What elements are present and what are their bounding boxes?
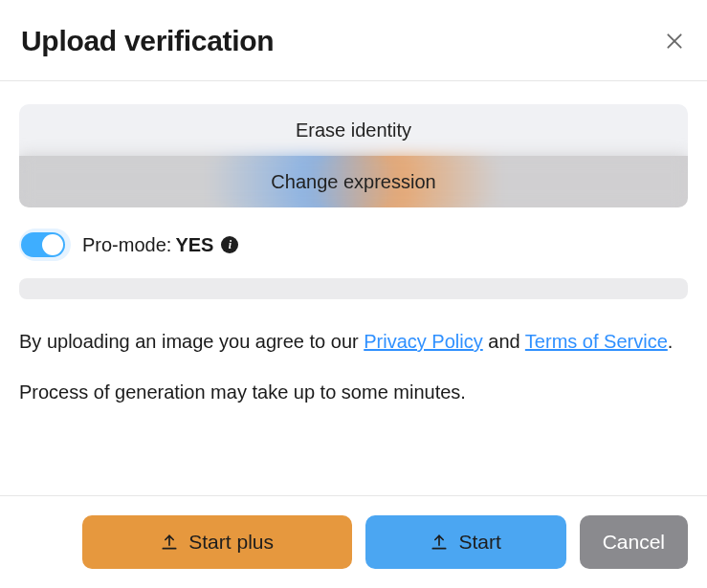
terms-of-service-link[interactable]: Terms of Service bbox=[525, 331, 668, 352]
cancel-button[interactable]: Cancel bbox=[580, 515, 688, 569]
start-button[interactable]: Start bbox=[365, 515, 566, 569]
start-label: Start bbox=[458, 531, 500, 554]
toggle-knob bbox=[42, 234, 63, 255]
modal-footer: Start plus Start Cancel bbox=[0, 495, 707, 588]
pro-mode-value: YES bbox=[175, 234, 213, 256]
modal-header: Upload verification bbox=[0, 0, 707, 81]
start-plus-label: Start plus bbox=[188, 531, 274, 554]
tab-change-label: Change expression bbox=[271, 171, 435, 193]
pro-mode-row: Pro-mode: YES i bbox=[19, 229, 688, 261]
modal-body: Erase identity Change expression Pro-mod… bbox=[0, 81, 707, 495]
pro-mode-label: Pro-mode: YES i bbox=[82, 234, 238, 256]
start-plus-button[interactable]: Start plus bbox=[82, 515, 352, 569]
progress-bar bbox=[19, 278, 688, 299]
agreement-prefix: By uploading an image you agree to our bbox=[19, 331, 364, 352]
process-note: Process of generation may take up to som… bbox=[19, 381, 688, 403]
upload-verification-modal: Upload verification Erase identity Chang… bbox=[0, 0, 707, 588]
cancel-label: Cancel bbox=[603, 531, 665, 554]
tab-group: Erase identity Change expression bbox=[19, 104, 688, 207]
agreement-suffix: . bbox=[668, 331, 674, 352]
pro-mode-prefix: Pro-mode: bbox=[82, 234, 171, 256]
agreement-text: By uploading an image you agree to our P… bbox=[19, 326, 688, 357]
tab-erase-identity[interactable]: Erase identity bbox=[19, 104, 688, 156]
upload-icon bbox=[160, 533, 179, 552]
agreement-and: and bbox=[483, 331, 525, 352]
modal-title: Upload verification bbox=[21, 25, 274, 57]
privacy-policy-link[interactable]: Privacy Policy bbox=[364, 331, 482, 352]
close-icon bbox=[665, 32, 684, 51]
toggle-track bbox=[21, 232, 65, 257]
upload-icon bbox=[430, 533, 449, 552]
tab-erase-label: Erase identity bbox=[296, 120, 411, 142]
close-button[interactable] bbox=[663, 30, 686, 53]
tab-change-expression[interactable]: Change expression bbox=[19, 156, 688, 207]
info-icon[interactable]: i bbox=[221, 236, 238, 253]
pro-mode-toggle[interactable] bbox=[19, 229, 71, 261]
